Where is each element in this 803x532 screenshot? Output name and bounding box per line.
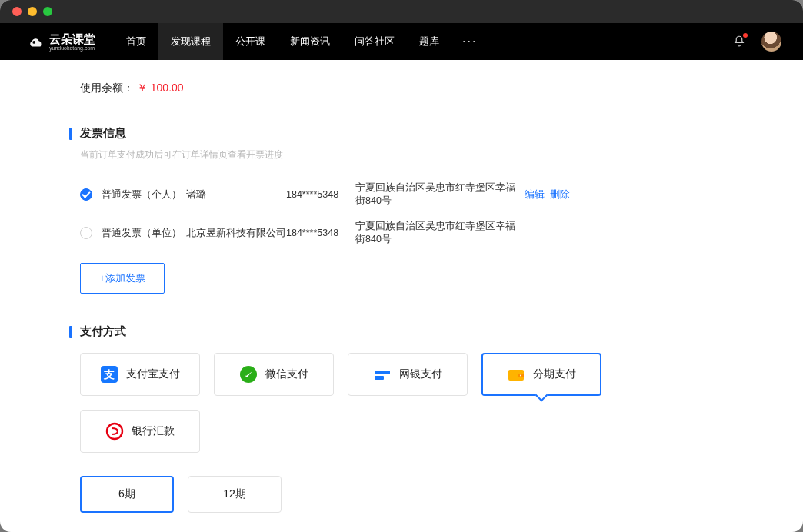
nav-news[interactable]: 新闻资讯 (278, 23, 342, 60)
nav-question-bank[interactable]: 题库 (407, 23, 451, 60)
invoice-row-personal[interactable]: 普通发票（个人） 诸璐 184****5348 宁夏回族自治区吴忠市红寺堡区幸福… (69, 175, 734, 214)
add-invoice-button[interactable]: +添加发票 (80, 263, 165, 294)
brand-logo[interactable]: 云朵课堂 yunduoketang.com (28, 33, 95, 51)
term-6[interactable]: 6期 (80, 476, 174, 513)
balance-row: 使用余额： ￥ 100.00 (69, 81, 734, 95)
notification-dot-icon (743, 33, 748, 38)
payment-label: 银行汇款 (132, 424, 175, 438)
nav-discover-courses[interactable]: 发现课程 (158, 23, 223, 60)
invoice-row-company[interactable]: 普通发票（单位） 北京昱新科技有限公司 184****5348 宁夏回族自治区吴… (69, 214, 734, 252)
nav-items: 首页 发现课程 公开课 新闻资讯 问答社区 题库 ··· (114, 23, 488, 60)
window-minimize-button[interactable] (28, 7, 37, 16)
bank-icon (105, 422, 124, 441)
invoice-name: 北京昱新科技有限公司 (186, 227, 286, 240)
invoice-subtitle: 当前订单支付成功后可在订单详情页查看开票进度 (80, 148, 734, 161)
window-maximize-button[interactable] (43, 7, 52, 16)
invoice-title-text: 发票信息 (80, 126, 126, 141)
balance-label: 使用余额： (80, 81, 134, 94)
balance-amount: ￥ 100.00 (137, 81, 184, 94)
page-content: 使用余额： ￥ 100.00 发票信息 当前订单支付成功后可在订单详情页查看开票… (0, 60, 803, 532)
invoice-radio-personal[interactable] (80, 188, 92, 201)
svg-point-0 (32, 41, 35, 44)
nav-public-class[interactable]: 公开课 (223, 23, 278, 60)
svg-point-9 (107, 424, 122, 439)
invoice-edit-link[interactable]: 编辑 (525, 189, 545, 200)
wechat-icon (239, 365, 258, 384)
payment-label: 网银支付 (399, 367, 442, 381)
window-titlebar (0, 0, 803, 23)
nav-qa-community[interactable]: 问答社区 (342, 23, 407, 60)
top-navbar: 云朵课堂 yunduoketang.com 首页 发现课程 公开课 新闻资讯 问… (0, 23, 803, 60)
payment-methods: 支 支付宝支付 微信支付 网银支付 (69, 353, 734, 453)
svg-text:支: 支 (103, 368, 115, 381)
brand-tagline: yunduoketang.com (49, 45, 95, 51)
invoice-type: 普通发票（单位） (102, 227, 186, 240)
invoice-address: 宁夏回族自治区吴忠市红寺堡区幸福街840号 (355, 181, 525, 208)
nav-home[interactable]: 首页 (114, 23, 158, 60)
invoice-address: 宁夏回族自治区吴忠市红寺堡区幸福街840号 (355, 220, 525, 246)
invoice-phone: 184****5348 (286, 189, 355, 200)
payment-label: 微信支付 (265, 367, 308, 381)
unionpay-icon (373, 365, 392, 384)
invoice-actions: 编辑 删除 (525, 188, 573, 201)
cloud-logo-icon (28, 33, 45, 50)
svg-rect-4 (375, 371, 390, 374)
window-close-button[interactable] (12, 7, 22, 16)
invoice-radio-company[interactable] (80, 227, 92, 239)
nav-more-button[interactable]: ··· (451, 23, 488, 60)
svg-point-8 (520, 375, 521, 377)
invoice-delete-link[interactable]: 删除 (550, 189, 570, 200)
payment-label: 支付宝支付 (126, 367, 180, 381)
invoice-phone: 184****5348 (286, 228, 355, 238)
payment-label: 分期支付 (533, 367, 576, 381)
payment-unionpay[interactable]: 网银支付 (348, 353, 468, 396)
brand-name: 云朵课堂 (49, 33, 95, 45)
installment-terms: 6期 12期 (69, 476, 734, 513)
payment-bank-transfer[interactable]: 银行汇款 (80, 410, 200, 453)
wallet-icon (507, 365, 525, 384)
user-avatar[interactable] (761, 32, 781, 52)
payment-wechat[interactable]: 微信支付 (214, 353, 334, 396)
payment-section-title: 支付方式 (69, 324, 734, 339)
invoice-section-title: 发票信息 (69, 126, 734, 141)
svg-rect-5 (375, 376, 384, 380)
payment-alipay[interactable]: 支 支付宝支付 (80, 353, 200, 396)
payment-installment[interactable]: 分期支付 (481, 353, 601, 396)
invoice-name: 诸璐 (186, 188, 286, 201)
notification-bell[interactable] (732, 35, 746, 48)
term-12[interactable]: 12期 (188, 476, 282, 513)
payment-title-text: 支付方式 (80, 324, 126, 339)
app-window: 云朵课堂 yunduoketang.com 首页 发现课程 公开课 新闻资讯 问… (0, 0, 803, 532)
alipay-icon: 支 (100, 365, 118, 384)
invoice-type: 普通发票（个人） (102, 188, 186, 201)
